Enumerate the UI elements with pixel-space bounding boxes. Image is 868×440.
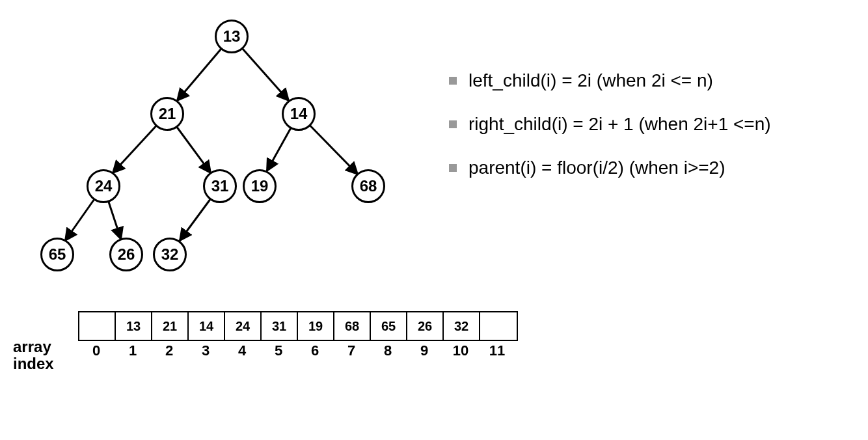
tree-node-9: 26 bbox=[109, 238, 143, 271]
array-index: 0 bbox=[78, 342, 115, 359]
node-value: 31 bbox=[211, 177, 229, 195]
formula-left-child: left_child(i) = 2i (when 2i <= n) bbox=[449, 62, 771, 100]
array-axis-label: array index bbox=[13, 338, 54, 373]
array-index: 8 bbox=[370, 342, 406, 359]
array-index: 3 bbox=[187, 342, 224, 359]
array-cell: 14 bbox=[189, 312, 225, 340]
array-index: 1 bbox=[115, 342, 151, 359]
array-index: 10 bbox=[442, 342, 479, 359]
formula-text: parent(i) = floor(i/2) (when i>=2) bbox=[468, 149, 726, 187]
tree-node-8: 65 bbox=[40, 238, 74, 271]
array-index: 11 bbox=[479, 342, 515, 359]
array-index: 7 bbox=[333, 342, 370, 359]
array-label-line2: index bbox=[13, 355, 54, 372]
node-value: 24 bbox=[95, 177, 113, 195]
array-cell: 21 bbox=[152, 312, 189, 340]
node-value: 13 bbox=[223, 27, 241, 46]
bullet-icon bbox=[449, 77, 457, 85]
tree-node-7: 68 bbox=[351, 169, 385, 203]
node-value: 19 bbox=[251, 177, 269, 195]
tree-node-10: 32 bbox=[153, 238, 187, 271]
array-cell bbox=[480, 312, 517, 340]
node-value: 32 bbox=[161, 245, 179, 264]
node-value: 68 bbox=[360, 177, 377, 195]
array-cell: 19 bbox=[298, 312, 334, 340]
array-cell: 31 bbox=[262, 312, 298, 340]
node-value: 65 bbox=[49, 245, 66, 264]
node-value: 26 bbox=[118, 245, 135, 264]
array-index: 4 bbox=[224, 342, 260, 359]
array-cell: 65 bbox=[371, 312, 407, 340]
tree-node-5: 31 bbox=[203, 169, 237, 203]
array-index: 6 bbox=[297, 342, 333, 359]
array-cell: 32 bbox=[444, 312, 480, 340]
formula-list: left_child(i) = 2i (when 2i <= n) right_… bbox=[449, 62, 771, 192]
array-index: 9 bbox=[406, 342, 442, 359]
array-index: 5 bbox=[260, 342, 297, 359]
array-index: 2 bbox=[151, 342, 187, 359]
node-value: 14 bbox=[290, 105, 308, 123]
array-cell: 68 bbox=[334, 312, 371, 340]
array-cell: 13 bbox=[116, 312, 152, 340]
array-cell: 24 bbox=[225, 312, 262, 340]
formula-text: right_child(i) = 2i + 1 (when 2i+1 <=n) bbox=[468, 105, 771, 144]
formula-parent: parent(i) = floor(i/2) (when i>=2) bbox=[449, 149, 771, 187]
heap-diagram: 13 21 14 24 31 19 68 65 26 32 left_child… bbox=[0, 0, 868, 440]
tree-node-4: 24 bbox=[87, 169, 120, 203]
bullet-icon bbox=[449, 120, 457, 128]
array-label-line1: array bbox=[13, 338, 54, 355]
formula-right-child: right_child(i) = 2i + 1 (when 2i+1 <=n) bbox=[449, 105, 771, 144]
array-cells-row: 13 21 14 24 31 19 68 65 26 32 bbox=[78, 311, 518, 341]
array-cell bbox=[79, 312, 116, 340]
tree-node-6: 19 bbox=[243, 169, 277, 203]
array-cell: 26 bbox=[407, 312, 444, 340]
tree-node-2: 21 bbox=[150, 97, 184, 131]
array-index-row: 0 1 2 3 4 5 6 7 8 9 10 11 bbox=[78, 342, 515, 359]
tree-node-3: 14 bbox=[282, 97, 316, 131]
formula-text: left_child(i) = 2i (when 2i <= n) bbox=[468, 62, 713, 100]
bullet-icon bbox=[449, 164, 457, 172]
tree-node-1: 13 bbox=[215, 20, 249, 53]
node-value: 21 bbox=[159, 105, 176, 123]
